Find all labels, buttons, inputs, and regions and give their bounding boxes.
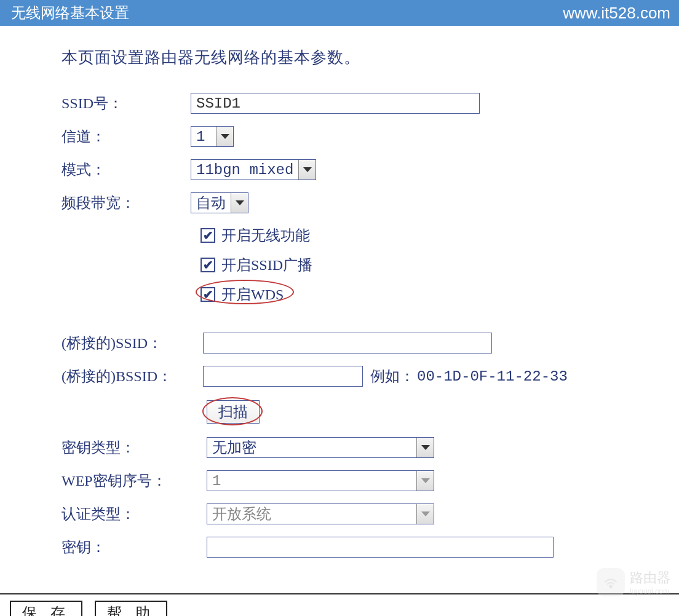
auth-type-label: 认证类型： [62,504,207,524]
channel-select[interactable]: 1 [191,126,234,147]
help-button[interactable]: 帮 助 [95,601,167,616]
enable-ssid-broadcast-checkbox[interactable]: ✔ [201,258,215,272]
bssid-hint-label: 例如： [370,366,415,386]
wep-index-label: WEP密钥序号： [62,471,207,491]
title-bar: 无线网络基本设置 www.it528.com [0,0,679,26]
chevron-down-icon [421,511,430,516]
mode-label: 模式： [62,160,191,180]
enable-wds-label: 开启WDS [221,285,284,304]
bridge-section: (桥接的)SSID： (桥接的)BSSID： 例如： 00-1D-0F-11-2… [62,333,662,558]
svg-point-0 [610,585,612,588]
check-icon: ✔ [203,258,213,272]
enable-wireless-label: 开启无线功能 [221,226,310,245]
channel-value: 1 [191,127,216,146]
bridge-bssid-input[interactable] [203,366,363,387]
key-input[interactable] [207,537,554,558]
key-label: 密钥： [62,537,207,557]
mode-select[interactable]: 11bgn mixed [191,159,316,180]
wep-index-select[interactable]: 1 [207,470,434,491]
help-button-label: 帮 助 [107,605,155,616]
mode-value: 11bgn mixed [191,160,298,180]
chevron-down-icon [421,478,430,483]
bandwidth-value: 自动 [191,193,231,213]
scan-button-label: 扫描 [218,404,248,420]
bandwidth-dropdown-button[interactable] [231,193,248,213]
chevron-down-icon [421,445,430,450]
save-button-label: 保 存 [22,605,70,616]
enable-wds-wrap: ✔ 开启WDS [201,285,284,304]
description: 本页面设置路由器无线网络的基本参数。 [62,47,662,68]
bandwidth-label: 频段带宽： [62,193,191,213]
enable-wireless-checkbox[interactable]: ✔ [201,228,215,243]
ssid-input[interactable] [191,93,480,114]
channel-dropdown-button[interactable] [216,127,233,146]
bssid-hint-example: 00-1D-0F-11-22-33 [417,368,568,385]
bridge-bssid-label: (桥接的)BSSID： [62,366,203,386]
bandwidth-select[interactable]: 自动 [191,192,248,213]
enable-ssid-broadcast-label: 开启SSID广播 [221,255,312,275]
chevron-down-icon [236,200,244,205]
chevron-down-icon [303,167,312,172]
check-icon: ✔ [203,287,213,302]
wep-index-value: 1 [207,471,416,491]
chevron-down-icon [221,134,229,139]
key-type-value: 无加密 [207,438,416,457]
footer: 保 存 帮 助 [0,594,679,616]
key-type-select[interactable]: 无加密 [207,437,434,458]
key-type-dropdown-button[interactable] [416,438,434,457]
wep-index-dropdown-button[interactable] [416,471,434,491]
scan-button[interactable]: 扫描 [207,400,260,424]
enable-wds-checkbox[interactable]: ✔ [201,287,215,302]
check-icon: ✔ [203,228,213,243]
bridge-ssid-input[interactable] [203,333,492,353]
auth-type-select[interactable]: 开放系统 [207,503,434,524]
mode-dropdown-button[interactable] [298,160,316,180]
ssid-label: SSID号： [62,93,191,113]
bridge-ssid-label: (桥接的)SSID： [62,333,203,353]
auth-type-value: 开放系统 [207,504,416,524]
content-area: 本页面设置路由器无线网络的基本参数。 SSID号： 信道： 1 模式： 11bg… [0,26,679,575]
save-button[interactable]: 保 存 [10,601,82,616]
page-title: 无线网络基本设置 [11,3,129,23]
key-type-label: 密钥类型： [62,438,207,457]
channel-label: 信道： [62,127,191,146]
site-url: www.it528.com [563,4,670,23]
auth-type-dropdown-button[interactable] [416,504,434,524]
